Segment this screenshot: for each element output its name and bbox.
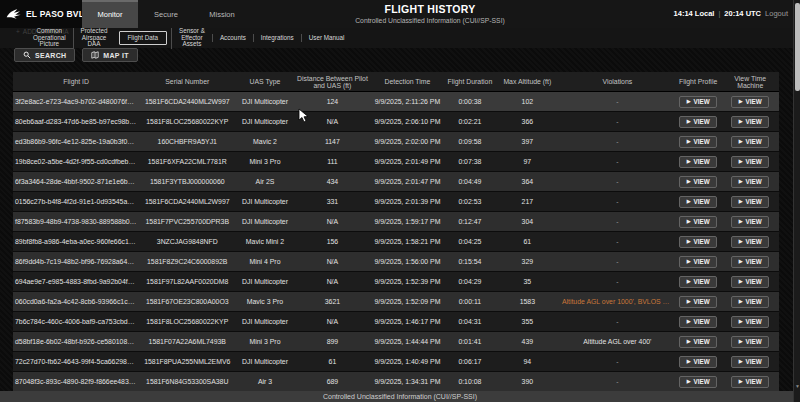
search-button[interactable]: SEARCH (14, 48, 75, 62)
flight-id-cell: d58bf18e-6b02-48bf-b926-ce5801086923 (13, 338, 139, 345)
flight-profile-view-button[interactable]: ▶VIEW (679, 276, 717, 288)
table-row: 86f9dd4b-7c19-48b2-bf96-76928a64e3ed 158… (13, 252, 779, 272)
flight-profile-cell: ▶VIEW (675, 196, 722, 208)
nav-item-flight-data[interactable]: Flight Data (119, 31, 167, 46)
serial-number-link[interactable]: 1581F8LOC25680022KYP (146, 118, 228, 125)
nav-item-accounts[interactable]: Accounts (212, 34, 253, 43)
serial-number-link[interactable]: 1581F07A22A6ML7493B (149, 338, 226, 345)
violations-cell: - (560, 178, 675, 185)
col-violations: Violations (560, 78, 675, 85)
serial-number-link[interactable]: 1581F7PVC255700DPR3B (145, 218, 229, 225)
play-icon: ▶ (687, 259, 691, 264)
flight-profile-view-button[interactable]: ▶VIEW (679, 296, 717, 308)
view-time-machine-button[interactable]: ▶VIEW (731, 296, 769, 308)
violations-cell: - (560, 138, 675, 145)
col-serial-number: Serial Number (139, 78, 235, 85)
view-time-machine-button[interactable]: ▶VIEW (731, 336, 769, 348)
serial-number-link[interactable]: 1581F6CDA2440ML2W997 (145, 198, 230, 205)
view-time-machine-button[interactable]: ▶VIEW (731, 216, 769, 228)
flight-profile-view-button[interactable]: ▶VIEW (679, 336, 717, 348)
flight-profile-view-button[interactable]: ▶VIEW (679, 356, 717, 368)
serial-number-link[interactable]: 1581F67OE23C800A00O3 (146, 298, 229, 305)
distance-cell: 124 (295, 98, 370, 105)
serial-number-link[interactable]: 1581F8Z9C24C6000892B (147, 258, 227, 265)
nav-item-integrations[interactable]: Integrations (253, 34, 301, 43)
violations-cell: Altitude AGL over 400' (560, 338, 675, 345)
flight-profile-view-button[interactable]: ▶VIEW (679, 376, 717, 388)
violations-cell: - (560, 218, 675, 225)
serial-number-link[interactable]: 1581F6N84G53300SA38U (146, 378, 228, 385)
logout-link[interactable]: Logout (765, 9, 788, 18)
tab-monitor[interactable]: Monitor (82, 0, 138, 28)
view-time-machine-button[interactable]: ▶VIEW (731, 236, 769, 248)
play-icon: ▶ (739, 259, 743, 264)
map-it-button[interactable]: MAP IT (82, 48, 137, 62)
distance-cell: 899 (295, 338, 370, 345)
view-time-machine-button[interactable]: ▶VIEW (731, 176, 769, 188)
distance-cell: 1147 (295, 138, 370, 145)
flight-profile-view-button[interactable]: ▶VIEW (679, 156, 717, 168)
map-icon (91, 51, 99, 59)
max-altitude-cell: 1583 (495, 298, 560, 305)
flight-profile-view-button[interactable]: ▶VIEW (679, 216, 717, 228)
flight-profile-view-button[interactable]: ▶VIEW (679, 256, 717, 268)
nav-item-common-operational-picture[interactable]: Common Operational Picture (26, 27, 73, 49)
flight-profile-view-button[interactable]: ▶VIEW (679, 236, 717, 248)
view-time-machine-button[interactable]: ▶VIEW (731, 136, 769, 148)
nav-item-sensor-effector-assets[interactable]: Sensor & Effector Assets (171, 27, 212, 49)
max-altitude-cell: 61 (495, 238, 560, 245)
play-icon: ▶ (687, 179, 691, 184)
flight-profile-view-button[interactable]: ▶VIEW (679, 116, 717, 128)
flight-id-cell: 6f3a3464-28de-4bbf-9502-871e1e6be09b (13, 178, 139, 185)
serial-number-link[interactable]: 160CHBFR9A5YJ1 (158, 138, 217, 145)
detection-time-cell: 9/9/2025, 2:06:10 PM (370, 118, 445, 125)
flight-profile-view-button[interactable]: ▶VIEW (679, 96, 717, 108)
scrollbar-down-arrow[interactable]: ▼ (794, 382, 800, 390)
serial-number-link[interactable]: 1581F8PUA255NML2EMV6 (144, 358, 230, 365)
view-time-machine-button[interactable]: ▶VIEW (731, 116, 769, 128)
view-time-machine-button[interactable]: ▶VIEW (731, 356, 769, 368)
max-altitude-cell: 366 (495, 118, 560, 125)
flight-duration-cell: 0:04:31 (445, 318, 495, 325)
serial-number-cell: 1581F8LOC25680022KYP (139, 118, 235, 125)
view-time-machine-button[interactable]: ▶VIEW (731, 316, 769, 328)
max-altitude-cell: 102 (495, 98, 560, 105)
view-time-machine-cell: ▶VIEW (721, 256, 778, 268)
detection-time-cell: 9/9/2025, 2:01:47 PM (370, 178, 445, 185)
view-time-machine-button[interactable]: ▶VIEW (731, 376, 769, 388)
flight-profile-view-button[interactable]: ▶VIEW (679, 136, 717, 148)
tab-secure[interactable]: Secure (138, 0, 194, 28)
vertical-scrollbar[interactable]: ▼ (793, 0, 800, 402)
flight-duration-cell: 0:01:41 (445, 338, 495, 345)
serial-number-link[interactable]: 3NZCJAG9848NFD (157, 238, 218, 245)
serial-number-link[interactable]: 1581F6CDA2440ML2W997 (145, 98, 230, 105)
nav-item-user-manual[interactable]: User Manual (301, 34, 352, 43)
tab-mission[interactable]: Mission (194, 0, 250, 28)
view-time-machine-button[interactable]: ▶VIEW (731, 276, 769, 288)
serial-number-link[interactable]: 1581F8LOC25680022KYP (146, 318, 228, 325)
nav-item-protected-airspace-daa[interactable]: Protected Airspace DAA (73, 27, 115, 49)
play-icon: ▶ (687, 159, 691, 164)
violations-cell: - (560, 238, 675, 245)
table-row: 80eb6aaf-d283-47d6-be85-b97ec98bc917 158… (13, 112, 779, 132)
serial-number-link[interactable]: 1581F97L82AAF0020DM8 (146, 278, 228, 285)
detection-time-cell: 9/9/2025, 2:01:49 PM (370, 158, 445, 165)
cui-banner-bottom: Controlled Unclassified Information (CUI… (0, 391, 800, 402)
serial-number-link[interactable]: 1581F3YTBJ000000060 (150, 178, 225, 185)
detection-time-cell: 9/9/2025, 1:40:49 PM (370, 358, 445, 365)
view-time-machine-button[interactable]: ▶VIEW (731, 96, 769, 108)
max-altitude-cell: 97 (495, 158, 560, 165)
view-time-machine-button[interactable]: ▶VIEW (731, 156, 769, 168)
detection-time-cell: 9/9/2025, 1:46:17 PM (370, 318, 445, 325)
view-time-machine-button[interactable]: ▶VIEW (731, 196, 769, 208)
view-time-machine-button[interactable]: ▶VIEW (731, 256, 769, 268)
scrollbar-thumb[interactable] (795, 3, 800, 91)
flight-profile-view-button[interactable]: ▶VIEW (679, 196, 717, 208)
flight-duration-cell: 0:00:11 (445, 298, 495, 305)
table-row: 694ae9e7-e985-4883-8fbd-9a92b04fd91f 158… (13, 272, 779, 292)
flight-profile-view-button[interactable]: ▶VIEW (679, 176, 717, 188)
flight-id-cell: 694ae9e7-e985-4883-8fbd-9a92b04fd91f (13, 278, 139, 285)
serial-number-link[interactable]: 1581F6XFA22CML7781R (148, 158, 227, 165)
uas-type-cell: Mavic 3 Pro (235, 298, 295, 305)
flight-profile-view-button[interactable]: ▶VIEW (679, 316, 717, 328)
